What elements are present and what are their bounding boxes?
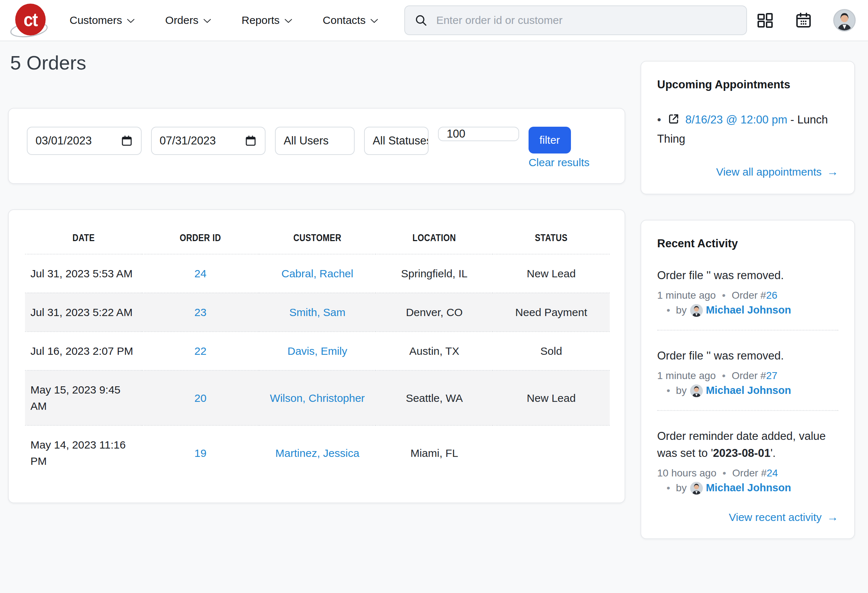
order-location: Seattle, WA (376, 370, 493, 425)
search-icon (415, 14, 428, 27)
activity-user-link[interactable]: Michael Johnson (706, 384, 791, 396)
orders-table-card: DATE ORDER ID CUSTOMER LOCATION STATUS J… (8, 209, 625, 503)
appointment-item: • 8/16/23 @ 12:00 pm - Lunch Thing (657, 110, 838, 149)
order-label: Order # (732, 370, 766, 381)
col-header-status: STATUS (493, 226, 610, 254)
order-id-link[interactable]: 22 (195, 345, 207, 357)
arrow-right-icon: → (827, 165, 838, 178)
order-status: New Lead (493, 370, 610, 425)
status-filter-value: All Statuses (373, 134, 428, 147)
user-avatar[interactable] (833, 9, 856, 31)
order-status: New Lead (493, 254, 610, 293)
chevron-down-icon (284, 18, 292, 24)
bullet: • (657, 113, 661, 126)
nav-item-orders[interactable]: Orders (165, 14, 211, 26)
activity-time: 10 hours ago (657, 467, 716, 478)
activity-order-link[interactable]: 26 (766, 290, 778, 301)
col-header-order-id: ORDER ID (142, 226, 259, 254)
activity-user-link[interactable]: Michael Johnson (706, 304, 791, 316)
customer-link[interactable]: Martinez, Jessica (275, 447, 359, 459)
activity-meta: 1 minute ago•Order #26 (657, 290, 838, 301)
by-label: by (676, 305, 687, 316)
main-nav: Customers Orders Reports Contacts (69, 14, 378, 26)
order-id-link[interactable]: 24 (195, 268, 207, 280)
nav-item-contacts[interactable]: Contacts (323, 14, 378, 26)
divider (657, 330, 838, 331)
bullet: • (722, 467, 726, 478)
order-location: Austin, TX (376, 332, 493, 370)
customer-link[interactable]: Cabral, Rachel (282, 268, 353, 280)
divider (657, 410, 838, 411)
order-id-link[interactable]: 23 (195, 306, 207, 318)
customer-link[interactable]: Wilson, Christopher (270, 392, 365, 404)
table-row: Jul 16, 2023 2:07 PM 22 Davis, Emily Aus… (25, 332, 610, 370)
page-title: 5 Orders (10, 52, 625, 74)
table-header-row: DATE ORDER ID CUSTOMER LOCATION STATUS (25, 226, 610, 254)
activity-item: Order reminder date added, value was set… (657, 428, 838, 494)
nav-item-reports[interactable]: Reports (242, 14, 292, 26)
topbar-actions (756, 9, 856, 31)
user-avatar (690, 304, 703, 317)
activity-item: Order file '' was removed. 1 minute ago•… (657, 267, 838, 331)
customer-link[interactable]: Davis, Emily (287, 345, 347, 357)
search-input[interactable] (435, 14, 737, 27)
main-column: 5 Orders 03/01/2023 07/31/2023 (8, 41, 625, 503)
user-filter-value: All Users (283, 134, 329, 147)
view-recent-activity-link[interactable]: View recent activity→ (657, 511, 838, 524)
order-location: Springfield, IL (376, 254, 493, 293)
by-label: by (676, 482, 687, 493)
calendar-icon (245, 134, 257, 147)
status-filter-select[interactable]: All Statuses (364, 127, 428, 155)
activity-order-link[interactable]: 27 (766, 370, 778, 381)
activity-byline: •byMichael Johnson (657, 304, 838, 317)
table-row: Jul 31, 2023 5:53 AM 24 Cabral, Rachel S… (25, 254, 610, 293)
user-avatar (690, 482, 703, 494)
logo-text: ct (24, 9, 37, 30)
activity-byline: •byMichael Johnson (657, 482, 838, 494)
appointment-datetime-link[interactable]: 8/16/23 @ 12:00 pm (685, 113, 787, 126)
limit-input[interactable] (438, 127, 519, 141)
order-status: Sold (493, 332, 610, 370)
activity-time: 1 minute ago (657, 290, 716, 301)
bullet: • (667, 305, 670, 316)
activity-user-link[interactable]: Michael Johnson (706, 482, 791, 493)
activity-byline: •byMichael Johnson (657, 384, 838, 397)
avatar-photo (834, 10, 855, 30)
start-date-input[interactable]: 03/01/2023 (27, 127, 142, 155)
nav-label: Customers (69, 14, 122, 26)
external-link-icon[interactable] (667, 112, 681, 126)
order-id-link[interactable]: 20 (195, 392, 207, 404)
table-row: May 15, 2023 9:45 AM 20 Wilson, Christop… (25, 370, 610, 425)
order-id-link[interactable]: 19 (195, 447, 207, 459)
calendar-icon (121, 134, 133, 147)
calendar-icon[interactable] (795, 12, 812, 29)
filter-button[interactable]: filter (528, 127, 571, 153)
user-avatar (690, 384, 703, 397)
activity-meta: 10 hours ago•Order #24 (657, 467, 838, 479)
order-label: Order # (732, 467, 766, 478)
start-date-value: 03/01/2023 (35, 134, 92, 147)
table-row: Jul 31, 2023 5:22 AM 23 Smith, Sam Denve… (25, 293, 610, 332)
end-date-input[interactable]: 07/31/2023 (151, 127, 266, 155)
nav-label: Contacts (323, 14, 366, 26)
top-navigation-bar: ct Customers Orders Reports Contacts (0, 0, 868, 41)
order-date: May 14, 2023 11:16 PM (25, 425, 142, 480)
end-date-value: 07/31/2023 (160, 134, 216, 147)
clear-results-link[interactable]: Clear results (528, 156, 589, 168)
activity-order-link[interactable]: 24 (766, 467, 778, 478)
user-filter-select[interactable]: All Users (275, 127, 355, 155)
activity-meta: 1 minute ago•Order #27 (657, 370, 838, 381)
upcoming-appointments-card: Upcoming Appointments • 8/16/23 @ 12:00 … (641, 61, 855, 194)
col-header-customer: CUSTOMER (259, 226, 376, 254)
activity-item: Order file '' was removed. 1 minute ago•… (657, 347, 838, 411)
col-header-date: DATE (25, 226, 142, 254)
app-logo[interactable]: ct (12, 3, 47, 38)
dashboard-grid-icon[interactable] (756, 12, 774, 29)
order-status (493, 425, 610, 480)
view-all-appointments-link[interactable]: View all appointments→ (657, 165, 838, 178)
bullet: • (667, 482, 670, 493)
customer-link[interactable]: Smith, Sam (289, 306, 345, 318)
filter-bar: 03/01/2023 07/31/2023 (8, 108, 625, 184)
order-status: Need Payment (493, 293, 610, 332)
nav-item-customers[interactable]: Customers (69, 14, 135, 26)
